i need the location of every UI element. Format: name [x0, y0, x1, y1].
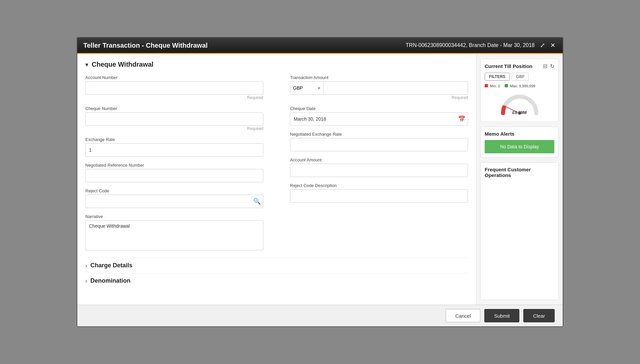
reject-code-group: Reject Code 🔍 [85, 188, 263, 208]
charge-details-chevron: › [85, 263, 87, 269]
exchange-rate-input[interactable] [85, 143, 263, 157]
modal-title: Teller Transaction - Cheque Withdrawal [83, 42, 208, 49]
right-column: Transaction Amount GBP USD EUR [290, 75, 468, 258]
frequent-customer-widget: Frequent Customer Operations [480, 162, 559, 300]
section-header: ▾ Cheque Withdrawal [85, 61, 468, 68]
left-column: Account Number Required Cheque Number Re… [85, 75, 263, 258]
account-number-input[interactable] [85, 81, 263, 95]
memo-alerts-title: Memo Alerts [485, 131, 554, 137]
account-amount-label: Account Amount [290, 157, 468, 162]
accordion-denomination[interactable]: › Denomination [85, 273, 468, 288]
account-number-label: Account Number [85, 75, 263, 80]
cancel-button[interactable]: Cancel [446, 309, 481, 322]
negotiated-exchange-rate-input[interactable] [290, 138, 468, 151]
reject-code-label: Reject Code [85, 188, 263, 193]
currency-select-wrapper: GBP USD EUR [290, 81, 323, 95]
exchange-rate-group: Exchange Rate [85, 137, 263, 157]
footer: Cancel Submit Clear [77, 305, 563, 326]
till-legend: Min: 0 Max: 9,999,999 [485, 84, 554, 88]
close-button[interactable]: ✕ [549, 41, 557, 50]
title-bar-right: TRN-0062308900034442, Branch Date - Mar … [406, 41, 557, 50]
legend-item-min: Min: 0 [485, 84, 500, 88]
narrative-label: Narrative [85, 214, 263, 219]
memo-no-data: No Data to Display [485, 140, 554, 153]
account-amount-input[interactable] [290, 164, 468, 177]
currency-select[interactable]: GBP USD EUR [290, 81, 323, 95]
reject-code-desc-group: Reject Code Description [290, 183, 468, 203]
reject-code-wrapper: 🔍 [85, 195, 263, 208]
submit-button[interactable]: Submit [484, 309, 519, 322]
cheque-date-group: Cheque Date 📅 [290, 106, 468, 126]
reject-code-desc-label: Reject Code Description [290, 183, 468, 188]
negotiated-ref-input[interactable] [85, 169, 263, 182]
refresh-icon[interactable]: ↻ [550, 63, 554, 69]
cheque-number-group: Cheque Number Required [85, 106, 263, 131]
reject-code-input[interactable] [85, 195, 263, 208]
right-panel: Current Till Position ⊟ ↻ FILTERS GBP Mi… [476, 54, 563, 305]
title-bar: Teller Transaction - Cheque Withdrawal T… [77, 38, 563, 54]
negotiated-exchange-rate-group: Negotiated Exchange Rate [290, 132, 468, 151]
title-bar-icons: ⤢ ✕ [539, 41, 557, 50]
tab-gbp[interactable]: GBP [512, 73, 529, 81]
narrative-group: Narrative Cheque Withdrawal [85, 214, 263, 252]
gauge-container: £0.89M [485, 91, 554, 118]
negotiated-ref-label: Negotiated Reference Number [85, 163, 263, 168]
form-grid: Account Number Required Cheque Number Re… [85, 75, 468, 258]
account-number-group: Account Number Required [85, 75, 263, 100]
reject-code-desc-input[interactable] [290, 189, 468, 203]
gauge: £0.89M [500, 93, 540, 115]
till-header: Current Till Position ⊟ ↻ [485, 63, 554, 69]
denomination-title: Denomination [90, 277, 130, 284]
search-icon[interactable]: 🔍 [253, 198, 261, 205]
account-amount-group: Account Amount [290, 157, 468, 177]
cheque-number-label: Cheque Number [85, 106, 263, 111]
transaction-amount-hint: Required [290, 95, 468, 100]
cheque-number-input[interactable] [85, 112, 263, 126]
narrative-input[interactable]: Cheque Withdrawal [85, 220, 263, 250]
till-icons: ⊟ ↻ [543, 63, 554, 69]
memo-alerts-widget: Memo Alerts No Data to Display [480, 127, 559, 158]
cheque-date-label: Cheque Date [290, 106, 468, 111]
clear-button[interactable]: Clear [523, 309, 555, 322]
cheque-number-hint: Required [85, 126, 263, 131]
tab-filters[interactable]: FILTERS [485, 73, 510, 81]
denomination-chevron: › [85, 278, 87, 284]
maximize-button[interactable]: ⤢ [539, 41, 546, 50]
frequent-customer-title: Frequent Customer Operations [485, 167, 554, 178]
negotiated-exchange-rate-label: Negotiated Exchange Rate [290, 132, 468, 137]
legend-item-max: Max: 9,999,999 [505, 84, 535, 88]
cheque-date-wrapper: 📅 [290, 112, 468, 126]
charge-details-title: Charge Details [90, 262, 132, 269]
accordions: › Charge Details › Denomination [85, 258, 468, 288]
gauge-value: £0.89M [512, 110, 527, 115]
max-dot [505, 84, 508, 87]
form-area: ▾ Cheque Withdrawal Account Number Requi… [77, 54, 476, 305]
cheque-date-input[interactable] [290, 112, 468, 126]
filter-icon[interactable]: ⊟ [543, 63, 547, 69]
till-position-widget: Current Till Position ⊟ ↻ FILTERS GBP Mi… [480, 59, 559, 122]
exchange-rate-label: Exchange Rate [85, 137, 263, 142]
calendar-icon[interactable]: 📅 [458, 115, 465, 123]
section-title: Cheque Withdrawal [92, 61, 153, 68]
transaction-amount-group: Transaction Amount GBP USD EUR [290, 75, 468, 100]
till-tabs: FILTERS GBP [485, 73, 554, 81]
content-area: ▾ Cheque Withdrawal Account Number Requi… [77, 54, 563, 305]
accordion-charge-details[interactable]: › Charge Details [85, 258, 468, 273]
section-collapse-icon[interactable]: ▾ [85, 61, 88, 68]
min-dot [485, 84, 488, 87]
transaction-amount-label: Transaction Amount [290, 75, 468, 80]
max-label: Max: 9,999,999 [510, 84, 535, 88]
transaction-ref: TRN-0062308900034442, Branch Date - Mar … [406, 42, 535, 48]
negotiated-ref-group: Negotiated Reference Number [85, 163, 263, 182]
till-title: Current Till Position [485, 63, 532, 69]
modal-container: Teller Transaction - Cheque Withdrawal T… [77, 37, 563, 327]
currency-group: GBP USD EUR [290, 81, 468, 95]
transaction-amount-input[interactable] [323, 81, 468, 95]
account-number-hint: Required [85, 95, 263, 100]
min-label: Min: 0 [490, 84, 500, 88]
